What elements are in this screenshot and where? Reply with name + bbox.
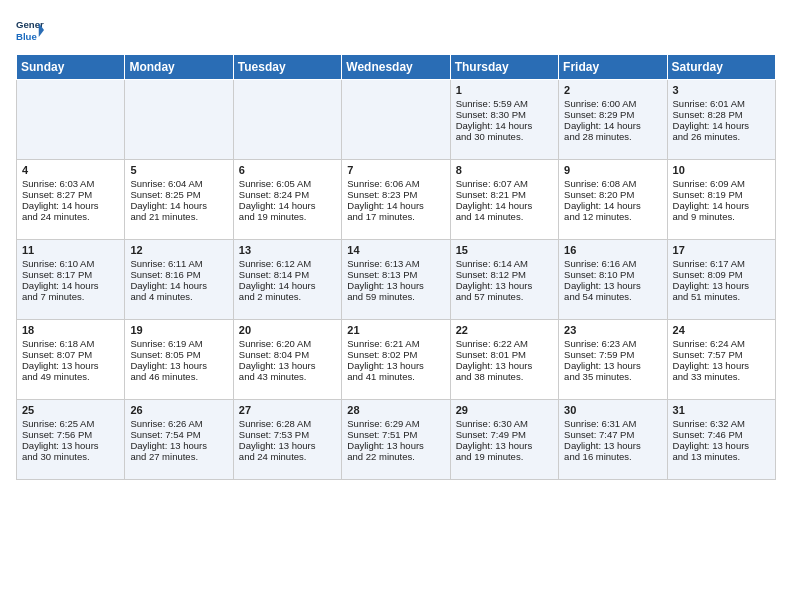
day-info-line: Sunset: 7:51 PM: [347, 429, 444, 440]
weekday-saturday: Saturday: [667, 55, 775, 80]
day-info-line: Daylight: 13 hours: [456, 360, 553, 371]
page-header: GeneralBlue: [16, 16, 776, 44]
day-info-line: Sunset: 8:24 PM: [239, 189, 336, 200]
day-info-line: Daylight: 14 hours: [347, 200, 444, 211]
calendar-cell-2-1: 4Sunrise: 6:03 AMSunset: 8:27 PMDaylight…: [17, 160, 125, 240]
day-info-line: Daylight: 14 hours: [130, 200, 227, 211]
calendar-cell-3-5: 15Sunrise: 6:14 AMSunset: 8:12 PMDayligh…: [450, 240, 558, 320]
day-info-line: and 21 minutes.: [130, 211, 227, 222]
day-info-line: and 33 minutes.: [673, 371, 770, 382]
day-number: 7: [347, 164, 444, 176]
day-info-line: Daylight: 14 hours: [456, 200, 553, 211]
day-info-line: Sunset: 8:02 PM: [347, 349, 444, 360]
day-info-line: Sunrise: 6:12 AM: [239, 258, 336, 269]
day-info-line: Sunrise: 6:05 AM: [239, 178, 336, 189]
calendar-cell-5-6: 30Sunrise: 6:31 AMSunset: 7:47 PMDayligh…: [559, 400, 667, 480]
day-info-line: and 14 minutes.: [456, 211, 553, 222]
weekday-tuesday: Tuesday: [233, 55, 341, 80]
day-number: 2: [564, 84, 661, 96]
day-info-line: Daylight: 14 hours: [130, 280, 227, 291]
day-info-line: and 24 minutes.: [239, 451, 336, 462]
day-info-line: Daylight: 14 hours: [564, 200, 661, 211]
day-info-line: and 59 minutes.: [347, 291, 444, 302]
calendar-cell-1-1: [17, 80, 125, 160]
day-info-line: Sunrise: 6:06 AM: [347, 178, 444, 189]
day-info-line: and 46 minutes.: [130, 371, 227, 382]
day-info-line: Sunrise: 6:32 AM: [673, 418, 770, 429]
day-info-line: Sunrise: 6:20 AM: [239, 338, 336, 349]
day-info-line: Sunrise: 6:03 AM: [22, 178, 119, 189]
day-info-line: Sunset: 7:46 PM: [673, 429, 770, 440]
calendar-cell-4-6: 23Sunrise: 6:23 AMSunset: 7:59 PMDayligh…: [559, 320, 667, 400]
calendar-cell-2-3: 6Sunrise: 6:05 AMSunset: 8:24 PMDaylight…: [233, 160, 341, 240]
day-info-line: Sunset: 8:25 PM: [130, 189, 227, 200]
day-info-line: Sunset: 8:10 PM: [564, 269, 661, 280]
day-number: 25: [22, 404, 119, 416]
day-info-line: Daylight: 13 hours: [347, 440, 444, 451]
day-info-line: Daylight: 14 hours: [673, 120, 770, 131]
day-info-line: Daylight: 13 hours: [673, 280, 770, 291]
day-info-line: Sunset: 7:54 PM: [130, 429, 227, 440]
weekday-monday: Monday: [125, 55, 233, 80]
calendar-cell-5-3: 27Sunrise: 6:28 AMSunset: 7:53 PMDayligh…: [233, 400, 341, 480]
day-info-line: Sunset: 8:17 PM: [22, 269, 119, 280]
day-info-line: and 12 minutes.: [564, 211, 661, 222]
calendar-cell-4-2: 19Sunrise: 6:19 AMSunset: 8:05 PMDayligh…: [125, 320, 233, 400]
calendar-cell-1-7: 3Sunrise: 6:01 AMSunset: 8:28 PMDaylight…: [667, 80, 775, 160]
day-number: 19: [130, 324, 227, 336]
day-info-line: Sunset: 8:20 PM: [564, 189, 661, 200]
day-info-line: Daylight: 14 hours: [564, 120, 661, 131]
day-info-line: Sunset: 7:56 PM: [22, 429, 119, 440]
day-info-line: Daylight: 13 hours: [673, 360, 770, 371]
day-info-line: Sunrise: 6:09 AM: [673, 178, 770, 189]
calendar-cell-1-4: [342, 80, 450, 160]
day-info-line: Sunrise: 6:24 AM: [673, 338, 770, 349]
day-info-line: and 19 minutes.: [456, 451, 553, 462]
day-info-line: Sunset: 7:53 PM: [239, 429, 336, 440]
calendar-cell-2-2: 5Sunrise: 6:04 AMSunset: 8:25 PMDaylight…: [125, 160, 233, 240]
day-info-line: Sunset: 8:16 PM: [130, 269, 227, 280]
day-info-line: and 51 minutes.: [673, 291, 770, 302]
day-info-line: Sunset: 8:23 PM: [347, 189, 444, 200]
day-info-line: Sunset: 8:27 PM: [22, 189, 119, 200]
day-info-line: Daylight: 13 hours: [130, 440, 227, 451]
day-info-line: Sunrise: 6:11 AM: [130, 258, 227, 269]
calendar-cell-4-4: 21Sunrise: 6:21 AMSunset: 8:02 PMDayligh…: [342, 320, 450, 400]
day-number: 29: [456, 404, 553, 416]
day-number: 3: [673, 84, 770, 96]
day-info-line: Daylight: 13 hours: [22, 360, 119, 371]
calendar-table: SundayMondayTuesdayWednesdayThursdayFrid…: [16, 54, 776, 480]
day-number: 1: [456, 84, 553, 96]
week-row-5: 25Sunrise: 6:25 AMSunset: 7:56 PMDayligh…: [17, 400, 776, 480]
day-info-line: Sunrise: 6:00 AM: [564, 98, 661, 109]
day-info-line: and 16 minutes.: [564, 451, 661, 462]
day-info-line: Sunrise: 6:10 AM: [22, 258, 119, 269]
day-info-line: Sunset: 8:14 PM: [239, 269, 336, 280]
day-info-line: Sunrise: 6:01 AM: [673, 98, 770, 109]
day-info-line: and 2 minutes.: [239, 291, 336, 302]
calendar-cell-5-2: 26Sunrise: 6:26 AMSunset: 7:54 PMDayligh…: [125, 400, 233, 480]
calendar-cell-3-4: 14Sunrise: 6:13 AMSunset: 8:13 PMDayligh…: [342, 240, 450, 320]
calendar-cell-4-1: 18Sunrise: 6:18 AMSunset: 8:07 PMDayligh…: [17, 320, 125, 400]
day-info-line: Sunset: 8:09 PM: [673, 269, 770, 280]
day-info-line: Sunset: 8:07 PM: [22, 349, 119, 360]
weekday-sunday: Sunday: [17, 55, 125, 80]
day-info-line: Sunset: 8:04 PM: [239, 349, 336, 360]
weekday-wednesday: Wednesday: [342, 55, 450, 80]
calendar-body: 1Sunrise: 5:59 AMSunset: 8:30 PMDaylight…: [17, 80, 776, 480]
calendar-cell-1-3: [233, 80, 341, 160]
day-info-line: Daylight: 14 hours: [22, 280, 119, 291]
day-number: 14: [347, 244, 444, 256]
day-info-line: Sunrise: 6:21 AM: [347, 338, 444, 349]
day-info-line: and 43 minutes.: [239, 371, 336, 382]
day-number: 5: [130, 164, 227, 176]
week-row-2: 4Sunrise: 6:03 AMSunset: 8:27 PMDaylight…: [17, 160, 776, 240]
day-number: 21: [347, 324, 444, 336]
calendar-cell-4-7: 24Sunrise: 6:24 AMSunset: 7:57 PMDayligh…: [667, 320, 775, 400]
day-info-line: Sunrise: 6:29 AM: [347, 418, 444, 429]
day-number: 22: [456, 324, 553, 336]
day-info-line: Daylight: 14 hours: [673, 200, 770, 211]
week-row-1: 1Sunrise: 5:59 AMSunset: 8:30 PMDaylight…: [17, 80, 776, 160]
day-info-line: Sunrise: 6:18 AM: [22, 338, 119, 349]
day-info-line: Sunrise: 6:25 AM: [22, 418, 119, 429]
